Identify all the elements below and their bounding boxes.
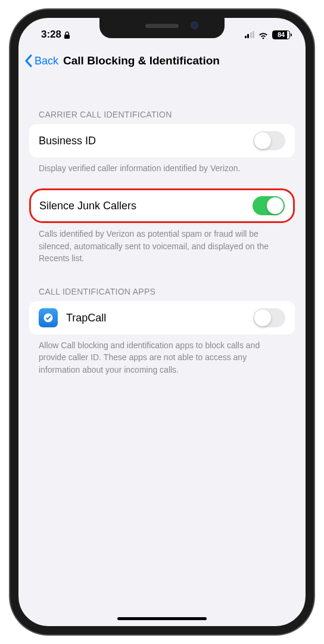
section-header-carrier: CARRIER CALL IDENTIFICATION — [39, 110, 285, 119]
toggle-silence-junk[interactable] — [253, 196, 285, 215]
battery-badge: 84 — [272, 30, 290, 39]
footer-apps: Allow Call blocking and identification a… — [39, 339, 285, 376]
footer-business-id: Display verified caller information iden… — [39, 162, 285, 174]
row-business-id[interactable]: Business ID — [29, 124, 295, 157]
cell-signal-icon — [245, 31, 255, 38]
toggle-trapcall[interactable] — [253, 308, 285, 327]
chevron-left-icon — [24, 54, 32, 67]
status-time: 3:28 — [41, 29, 61, 41]
back-button[interactable]: Back — [24, 54, 58, 67]
wifi-icon — [258, 31, 269, 39]
screen: 3:28 84 — [18, 18, 306, 626]
svg-rect-0 — [64, 35, 70, 39]
row-silence-junk[interactable]: Silence Junk Callers — [29, 188, 295, 223]
page-title: Call Blocking & Identification — [63, 54, 220, 67]
front-camera — [191, 21, 198, 29]
row-label-trapcall: TrapCall — [66, 312, 106, 324]
phone-frame: 3:28 84 — [10, 10, 314, 634]
back-label: Back — [35, 55, 58, 67]
battery-level: 84 — [278, 31, 285, 38]
volume-up-button — [10, 167, 11, 209]
nav-bar: Back Call Blocking & Identification — [18, 47, 306, 75]
row-label-business-id: Business ID — [39, 135, 96, 147]
power-button — [313, 179, 314, 239]
toggle-business-id[interactable] — [253, 131, 285, 150]
mute-switch — [10, 125, 11, 149]
row-trapcall[interactable]: TrapCall — [29, 301, 295, 335]
row-label-silence-junk: Silence Junk Callers — [39, 200, 136, 212]
lock-icon — [64, 30, 70, 39]
volume-down-button — [10, 221, 11, 262]
footer-silence-junk: Calls identified by Verizon as potential… — [39, 228, 285, 264]
status-right: 84 — [245, 30, 291, 39]
home-indicator[interactable] — [117, 617, 207, 620]
notch — [99, 18, 225, 38]
speaker-grille — [145, 24, 179, 28]
trapcall-app-icon — [39, 308, 58, 327]
status-left: 3:28 — [41, 29, 70, 41]
content: CARRIER CALL IDENTIFICATION Business ID … — [18, 75, 306, 626]
section-header-apps: CALL IDENTIFICATION APPS — [39, 287, 285, 296]
